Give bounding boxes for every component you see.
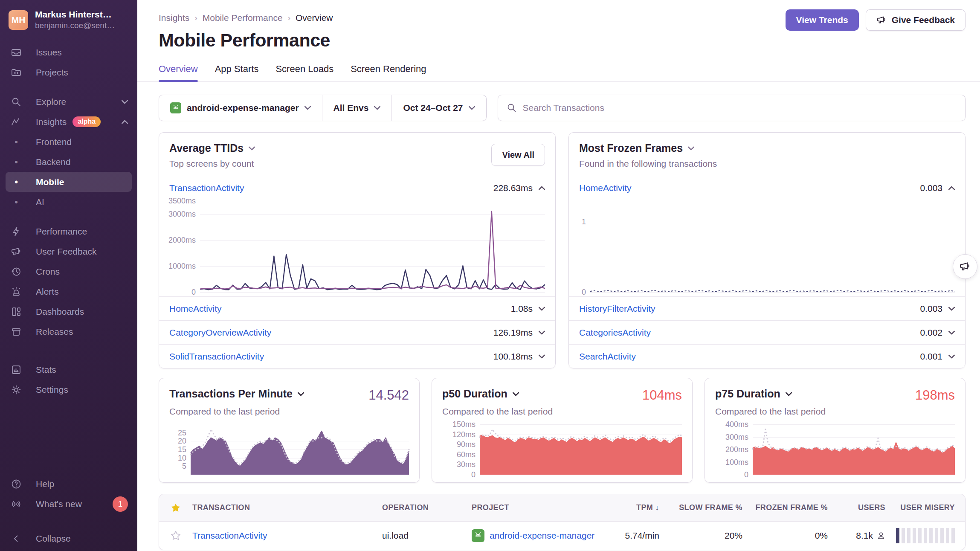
tab-app-starts[interactable]: App Starts bbox=[215, 64, 259, 81]
screen-link[interactable]: SolidTransactionActivity bbox=[169, 351, 264, 362]
frozen-frames-metric-selector[interactable]: Most Frozen Frames bbox=[579, 142, 955, 154]
p50-chart: 150ms120ms90ms60ms30ms0 bbox=[442, 424, 682, 475]
date-range-selector[interactable]: Oct 24–Oct 27 bbox=[391, 95, 486, 121]
sidebar-item-dashboards[interactable]: Dashboards bbox=[0, 302, 137, 322]
sidebar-item-label: Dashboards bbox=[36, 307, 84, 317]
sidebar-item-projects[interactable]: Projects bbox=[0, 62, 137, 82]
panel-subtitle: Found in the following transactions bbox=[579, 159, 955, 169]
col-project[interactable]: PROJECT bbox=[472, 503, 595, 512]
screen-row: HomeActivity 1.08s bbox=[159, 296, 555, 320]
user-icon bbox=[877, 531, 885, 540]
col-users[interactable]: USERS bbox=[828, 503, 885, 512]
tab-screen-rendering[interactable]: Screen Rendering bbox=[351, 64, 426, 81]
stat-subtitle: Compared to the last period bbox=[169, 406, 409, 417]
tab-screen-loads[interactable]: Screen Loads bbox=[275, 64, 333, 81]
sidebar-item-frontend[interactable]: • Frontend bbox=[0, 132, 137, 152]
expand-row-icon[interactable] bbox=[948, 354, 955, 359]
screen-link[interactable]: SearchActivity bbox=[579, 351, 636, 362]
sidebar-item-crons[interactable]: Crons bbox=[0, 261, 137, 281]
screen-link[interactable]: TransactionActivity bbox=[169, 183, 244, 193]
panel-title: Average TTIDs bbox=[169, 142, 244, 154]
sidebar-item-help[interactable]: Help bbox=[0, 474, 137, 494]
stat-title: p75 Duration bbox=[715, 388, 780, 400]
screen-row: CategoriesActivity 0.002 bbox=[569, 320, 965, 344]
megaphone-icon bbox=[959, 261, 971, 273]
main-content: View Trends Give Feedback Insights › Mob… bbox=[137, 0, 980, 551]
p75-metric-selector[interactable]: p75 Duration bbox=[715, 388, 792, 400]
sidebar-item-whats-new[interactable]: What's new 1 bbox=[0, 494, 137, 514]
p75-chart: 400ms300ms200ms100ms0 bbox=[715, 424, 955, 475]
screen-value: 0.001 bbox=[920, 351, 942, 362]
give-feedback-button[interactable]: Give Feedback bbox=[866, 9, 966, 31]
sidebar-item-performance[interactable]: Performance bbox=[0, 221, 137, 241]
screen-link[interactable]: HomeActivity bbox=[579, 183, 632, 193]
expand-row-icon[interactable] bbox=[539, 354, 545, 359]
screen-link[interactable]: HistoryFilterActivity bbox=[579, 304, 655, 314]
date-range-label: Oct 24–Oct 27 bbox=[403, 103, 463, 113]
transaction-link[interactable]: TransactionActivity bbox=[192, 531, 267, 540]
avatar: MH bbox=[9, 10, 28, 30]
sidebar-item-label: Collapse bbox=[36, 534, 71, 544]
floating-feedback-button[interactable] bbox=[953, 254, 977, 279]
view-trends-button[interactable]: View Trends bbox=[786, 9, 859, 31]
sidebar-item-stats[interactable]: Stats bbox=[0, 360, 137, 380]
tab-bar: Overview App Starts Screen Loads Screen … bbox=[159, 64, 966, 81]
user-menu[interactable]: MH Markus Hinterst… benjamin.coe@sent… bbox=[0, 0, 137, 35]
expand-row-icon[interactable] bbox=[539, 331, 545, 335]
breadcrumb-mobile-performance[interactable]: Mobile Performance bbox=[203, 13, 283, 23]
average-ttids-metric-selector[interactable]: Average TTIDs bbox=[169, 142, 545, 154]
sidebar-item-alerts[interactable]: Alerts bbox=[0, 281, 137, 302]
p50-value: 104ms bbox=[642, 388, 682, 403]
operation-cell: ui.load bbox=[382, 531, 472, 541]
sidebar-item-releases[interactable]: Releases bbox=[0, 322, 137, 342]
screen-link[interactable]: HomeActivity bbox=[169, 304, 222, 314]
breadcrumb-insights[interactable]: Insights bbox=[159, 13, 189, 23]
screen-link[interactable]: CategoryOverviewActivity bbox=[169, 328, 271, 338]
sidebar-item-ai[interactable]: • AI bbox=[0, 192, 137, 212]
collapse-row-icon[interactable] bbox=[539, 186, 545, 190]
give-feedback-label: Give Feedback bbox=[892, 15, 955, 25]
sidebar-item-user-feedback[interactable]: User Feedback bbox=[0, 241, 137, 261]
chevron-down-icon bbox=[374, 106, 380, 110]
tab-overview[interactable]: Overview bbox=[159, 64, 198, 81]
expand-row-icon[interactable] bbox=[539, 307, 545, 311]
page-title: Mobile Performance bbox=[159, 30, 966, 51]
expand-row-icon[interactable] bbox=[948, 307, 955, 311]
project-selector[interactable]: android-expense-manager bbox=[159, 95, 322, 121]
col-transaction[interactable]: TRANSACTION bbox=[192, 503, 382, 512]
alpha-badge: alpha bbox=[72, 116, 101, 127]
help-icon bbox=[10, 478, 22, 490]
col-tpm-sorted[interactable]: TPM ↓ bbox=[595, 503, 659, 512]
environment-selector[interactable]: All Envs bbox=[322, 95, 392, 121]
chevron-left-icon bbox=[10, 533, 22, 545]
user-email: benjamin.coe@sent… bbox=[35, 21, 115, 30]
expand-row-icon[interactable] bbox=[948, 331, 955, 335]
col-user-misery[interactable]: USER MISERY bbox=[885, 503, 965, 512]
screen-row: SearchActivity 0.001 bbox=[569, 344, 965, 368]
col-operation[interactable]: OPERATION bbox=[382, 503, 472, 512]
col-slow-frame[interactable]: SLOW FRAME % bbox=[659, 503, 742, 512]
sidebar-item-insights[interactable]: Insights alpha bbox=[0, 112, 137, 132]
sidebar-item-mobile[interactable]: • Mobile bbox=[6, 172, 132, 192]
sidebar-item-backend[interactable]: • Backend bbox=[0, 152, 137, 172]
sidebar-item-label: Crons bbox=[36, 267, 60, 277]
sidebar-item-settings[interactable]: Settings bbox=[0, 380, 137, 400]
project-link[interactable]: android-expense-manager bbox=[490, 531, 594, 541]
sidebar-item-issues[interactable]: Issues bbox=[0, 42, 137, 62]
sidebar-item-explore[interactable]: Explore bbox=[0, 92, 137, 112]
sidebar-item-label: AI bbox=[36, 197, 44, 207]
star-filled-icon[interactable] bbox=[159, 502, 192, 513]
frozen-frames-chart: 10 bbox=[569, 201, 955, 292]
sidebar-collapse-button[interactable]: Collapse bbox=[0, 528, 137, 548]
p50-metric-selector[interactable]: p50 Duration bbox=[442, 388, 519, 400]
col-frozen-frame[interactable]: FROZEN FRAME % bbox=[742, 503, 828, 512]
screen-link[interactable]: CategoriesActivity bbox=[579, 328, 651, 338]
search-transactions-input[interactable] bbox=[523, 103, 957, 113]
view-all-button[interactable]: View All bbox=[491, 144, 545, 166]
page-filter-bar: android-expense-manager All Envs Oct 24–… bbox=[159, 95, 487, 121]
tpm-metric-selector[interactable]: Transactions Per Minute bbox=[169, 388, 304, 400]
collapse-row-icon[interactable] bbox=[948, 186, 955, 190]
sidebar-item-label: Frontend bbox=[36, 137, 72, 147]
stat-title: p50 Duration bbox=[442, 388, 507, 400]
star-outline-icon[interactable] bbox=[159, 530, 192, 541]
